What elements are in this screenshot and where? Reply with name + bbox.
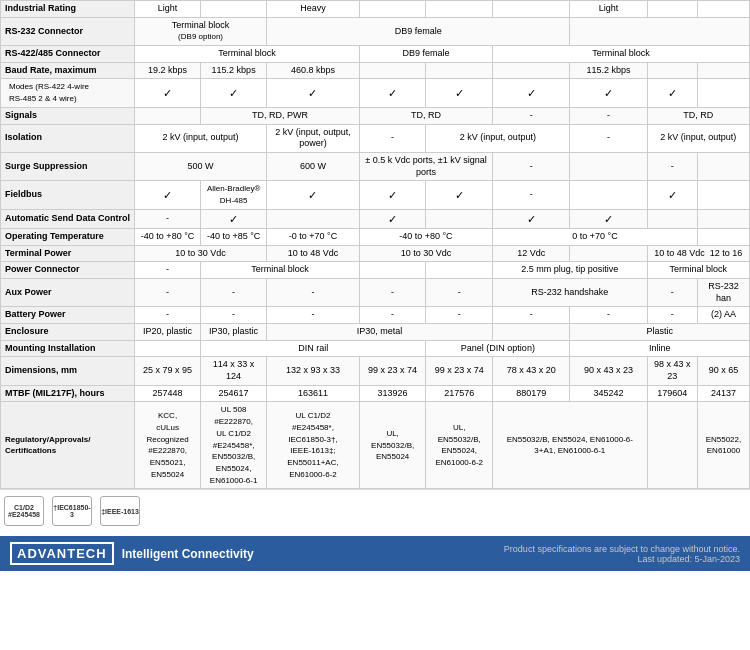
table-cell: ✓ <box>359 209 426 228</box>
table-cell: 99 x 23 x 74 <box>359 357 426 385</box>
row-label: Mounting Installation <box>1 340 135 357</box>
table-cell: ✓ <box>493 79 570 107</box>
table-cell: 115.2 kbps <box>570 62 647 79</box>
table-cell: 24137 <box>697 385 749 402</box>
table-cell <box>426 262 493 279</box>
table-cell: ✓ <box>426 79 493 107</box>
table-cell <box>426 62 493 79</box>
table-cell: - <box>426 307 493 324</box>
table-cell: IP30, plastic <box>201 324 267 341</box>
row-label: Signals <box>1 107 135 124</box>
table-cell <box>697 209 749 228</box>
row-label: Operating Temperature <box>1 228 135 245</box>
table-cell: - <box>201 307 267 324</box>
table-cell: Panel (DIN option) <box>426 340 570 357</box>
table-cell: 12 Vdc <box>493 245 570 262</box>
table-row: Dimensions, mm 25 x 79 x 95 114 x 33 x 1… <box>1 357 750 385</box>
table-cell <box>647 209 697 228</box>
table-cell <box>426 1 493 18</box>
table-cell: ✓ <box>426 181 493 209</box>
table-cell <box>697 79 749 107</box>
table-cell: UL C1/D2#E245458*,IEC61850-3†,IEEE-1613‡… <box>267 402 360 489</box>
table-cell: - <box>359 307 426 324</box>
badge-ieee: ‡IEEE-1613 <box>100 496 140 526</box>
badge-section: C1/D2#E245458 †IEC61850-3 ‡IEEE-1613 <box>0 489 750 532</box>
table-cell: 313926 <box>359 385 426 402</box>
row-label: Fieldbus <box>1 181 135 209</box>
table-cell <box>359 1 426 18</box>
table-cell: RS-232 han <box>697 278 749 306</box>
table-cell: - <box>267 307 360 324</box>
table-cell <box>570 152 647 180</box>
table-cell: 500 W <box>135 152 267 180</box>
page-wrapper: Industrial Rating Light Heavy Light RS-2… <box>0 0 750 571</box>
footer-tagline: Intelligent Connectivity <box>122 547 254 561</box>
table-cell: - <box>570 107 647 124</box>
table-cell: UL,EN55032/B,EN55024,EN61000-6-2 <box>426 402 493 489</box>
table-row: Fieldbus ✓ Allen-Bradley®DH-485 ✓ ✓ ✓ - … <box>1 181 750 209</box>
table-cell: - <box>135 209 201 228</box>
table-cell: 460.8 kbps <box>267 62 360 79</box>
table-cell <box>493 1 570 18</box>
footer-updated: Last updated: 5-Jan-2023 <box>504 554 740 564</box>
table-cell: DIN rail <box>201 340 426 357</box>
row-label: Terminal Power <box>1 245 135 262</box>
table-cell: ✓ <box>201 79 267 107</box>
table-cell: - <box>359 124 426 152</box>
table-cell <box>493 324 570 341</box>
table-cell: 257448 <box>135 385 201 402</box>
table-row: Baud Rate, maximum 19.2 kbps 115.2 kbps … <box>1 62 750 79</box>
table-cell: ✓ <box>570 79 647 107</box>
table-cell: UL,EN55032/B,EN55024 <box>359 402 426 489</box>
table-cell <box>267 209 360 228</box>
row-label: RS-422/485 Connector <box>1 46 135 63</box>
table-cell: 90 x 65 <box>697 357 749 385</box>
table-cell: TD, RD <box>647 107 749 124</box>
table-cell: Allen-Bradley®DH-485 <box>201 181 267 209</box>
badge-label: ‡IEEE-1613 <box>101 508 139 515</box>
table-cell: 0 to +70 °C <box>493 228 698 245</box>
table-cell <box>201 1 267 18</box>
table-row: Signals TD, RD, PWR TD, RD - - TD, RD <box>1 107 750 124</box>
table-cell: 132 x 93 x 33 <box>267 357 360 385</box>
table-row: Regulatory/Approvals/Certifications KCC,… <box>1 402 750 489</box>
table-cell <box>697 62 749 79</box>
row-label: MTBF (MIL217F), hours <box>1 385 135 402</box>
table-cell: 10 to 48 Vdc 12 to 16 <box>647 245 749 262</box>
table-cell: Terminal block <box>201 262 360 279</box>
table-cell: 114 x 33 x 124 <box>201 357 267 385</box>
table-cell: ✓ <box>359 181 426 209</box>
table-cell: Light <box>570 1 647 18</box>
table-cell: Plastic <box>570 324 750 341</box>
table-cell: - <box>135 307 201 324</box>
table-cell: 254617 <box>201 385 267 402</box>
table-row: Industrial Rating Light Heavy Light <box>1 1 750 18</box>
row-label: RS-232 Connector <box>1 17 135 45</box>
row-label: Isolation <box>1 124 135 152</box>
table-cell <box>647 62 697 79</box>
table-row: Isolation 2 kV (input, output) 2 kV (inp… <box>1 124 750 152</box>
table-cell: - <box>201 278 267 306</box>
table-row: RS-232 Connector Terminal block(DB9 opti… <box>1 17 750 45</box>
table-cell: DB9 female <box>359 46 492 63</box>
badge-label: C1/D2#E245458 <box>8 504 40 518</box>
table-cell: 90 x 43 x 23 <box>570 357 647 385</box>
table-cell <box>493 62 570 79</box>
row-label: Regulatory/Approvals/Certifications <box>1 402 135 489</box>
table-row: Terminal Power 10 to 30 Vdc 10 to 48 Vdc… <box>1 245 750 262</box>
table-cell: DB9 female <box>267 17 570 45</box>
table-cell <box>135 107 201 124</box>
table-row: Operating Temperature -40 to +80 °C -40 … <box>1 228 750 245</box>
table-cell: 10 to 30 Vdc <box>135 245 267 262</box>
table-cell: (2) AA <box>697 307 749 324</box>
table-cell: 2 kV (input, output) <box>647 124 749 152</box>
table-cell: - <box>267 278 360 306</box>
table-cell <box>570 245 647 262</box>
table-cell: KCC,cULus Recognized#E222870,EN55021,EN5… <box>135 402 201 489</box>
table-cell: Light <box>135 1 201 18</box>
row-label: Power Connector <box>1 262 135 279</box>
table-row: Aux Power - - - - - RS-232 handshake - R… <box>1 278 750 306</box>
table-row: Mounting Installation DIN rail Panel (DI… <box>1 340 750 357</box>
table-cell: IP30, metal <box>267 324 493 341</box>
table-cell: Terminal block <box>647 262 749 279</box>
